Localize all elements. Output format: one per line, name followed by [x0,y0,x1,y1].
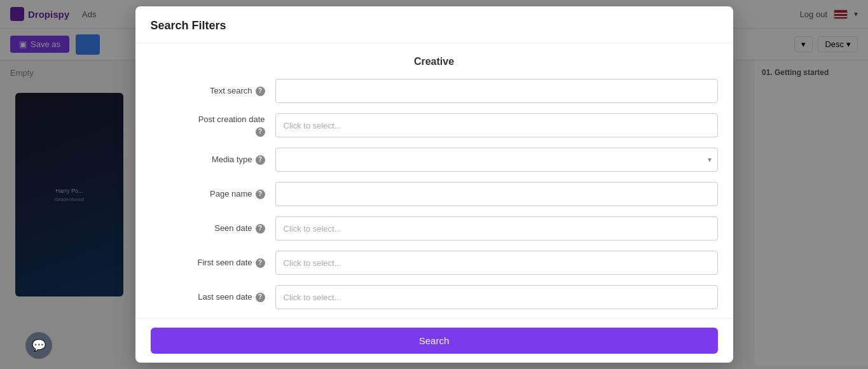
last-seen-date-help-icon[interactable]: ? [256,293,265,302]
post-creation-date-label: Post creation date ? [151,114,265,136]
modal-header: Search Filters [135,6,733,43]
text-search-label-text: Text search [210,85,252,97]
text-search-input[interactable] [275,79,718,103]
seen-date-label: Seen date ? [151,223,265,234]
search-filters-modal: Search Filters Creative Text search ? Po… [135,6,733,363]
form-row-post-creation-date: Post creation date ? [151,113,718,137]
modal-overlay: Search Filters Creative Text search ? Po… [0,0,868,369]
last-seen-date-label-text: Last seen date [198,291,252,303]
media-type-help-icon[interactable]: ? [256,155,265,165]
page-name-label: Page name ? [151,188,265,200]
last-seen-date-input[interactable] [275,285,718,309]
page-name-input[interactable] [275,182,718,206]
seen-date-label-text: Seen date [214,223,252,234]
first-seen-date-label: First seen date ? [151,257,265,268]
media-type-label-text: Media type [212,154,252,165]
seen-date-help-icon[interactable]: ? [256,224,265,233]
search-button[interactable]: Search [151,328,718,354]
form-row-media-type: Media type ? Image Video Carousel ▾ [151,148,718,172]
section-creative-title: Creative [151,56,718,67]
page-name-help-icon[interactable]: ? [256,190,265,199]
modal-footer: Search [135,318,733,363]
seen-date-input[interactable] [275,216,718,240]
last-seen-date-label: Last seen date ? [151,291,265,303]
first-seen-date-label-text: First seen date [198,257,252,268]
chat-bubble[interactable]: 💬 [25,332,52,359]
form-row-first-seen-date: First seen date ? [151,251,718,275]
form-row-page-name: Page name ? [151,182,718,206]
form-row-last-seen-date: Last seen date ? [151,285,718,309]
chat-icon: 💬 [32,338,46,352]
first-seen-date-input[interactable] [275,251,718,275]
modal-body: Creative Text search ? Post creation dat… [135,43,733,318]
first-seen-date-help-icon[interactable]: ? [256,258,265,268]
post-creation-date-help-icon[interactable]: ? [256,127,265,137]
text-search-help-icon[interactable]: ? [256,87,265,96]
post-creation-date-label-text: Post creation date [198,114,265,125]
media-type-select[interactable]: Image Video Carousel [275,148,718,172]
media-type-label: Media type ? [151,154,265,165]
modal-title: Search Filters [151,19,718,32]
text-search-label: Text search ? [151,85,265,97]
post-creation-date-input[interactable] [275,113,718,137]
form-row-seen-date: Seen date ? [151,216,718,240]
form-row-text-search: Text search ? [151,79,718,103]
media-type-select-wrapper: Image Video Carousel ▾ [275,148,718,172]
page-name-label-text: Page name [210,188,252,200]
